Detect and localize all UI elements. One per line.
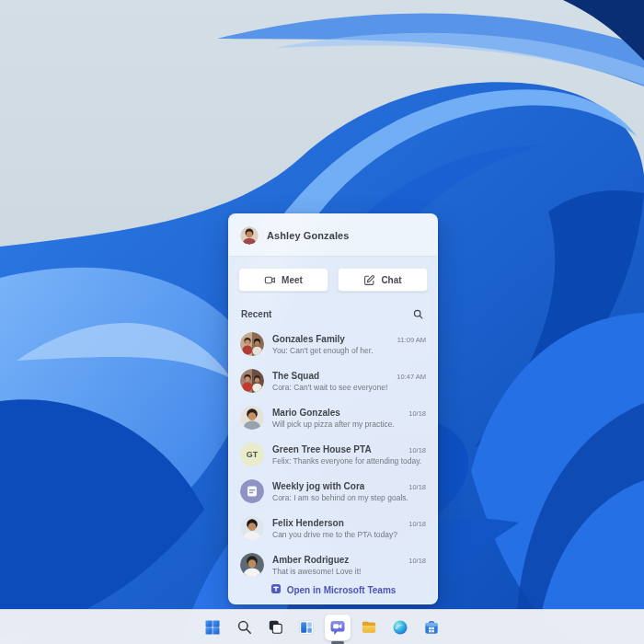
taskbar-edge-button[interactable] — [387, 615, 413, 640]
recent-label: Recent — [241, 309, 271, 319]
chat-list-item[interactable]: Felix Henderson10/18Can you drive me to … — [229, 510, 437, 546]
avatar — [240, 516, 264, 540]
chat-name: Amber Rodriguez — [272, 555, 349, 565]
chat-timestamp: 10/18 — [408, 520, 426, 528]
chat-button-label: Chat — [381, 275, 401, 285]
avatar — [240, 369, 264, 393]
taskbar-teams-chat-button[interactable] — [325, 615, 351, 640]
chat-timestamp: 10:47 AM — [397, 373, 426, 381]
initials-avatar: GT — [240, 443, 264, 466]
chat-timestamp: 10/18 — [408, 446, 426, 454]
user-avatar[interactable] — [240, 226, 259, 245]
flyout-header: Ashley Gonzales — [229, 214, 437, 257]
chat-name: Felix Henderson — [272, 518, 344, 528]
chat-button[interactable]: Chat — [338, 268, 428, 292]
taskbar-widgets-button[interactable] — [293, 615, 319, 640]
chat-preview: Can you drive me to the PTA today? — [272, 530, 426, 539]
taskbar-file-explorer-button[interactable] — [356, 615, 382, 640]
chat-timestamp: 10/18 — [408, 557, 426, 565]
chat-name: Mario Gonzales — [272, 408, 340, 418]
teams-icon — [270, 583, 282, 596]
chat-list-item[interactable]: Amber Rodriguez10/18That is awesome! Lov… — [229, 546, 437, 576]
chat-list-item[interactable]: GTGreen Tree House PTA10/18Felix: Thanks… — [229, 436, 437, 473]
chat-timestamp: 10/18 — [408, 483, 426, 491]
task-view-icon — [267, 618, 284, 636]
edge-icon — [391, 618, 409, 637]
chat-list-item[interactable]: The Squad10:47 AMCora: Can't wait to see… — [229, 362, 437, 399]
chat-name: Weekly jog with Cora — [272, 481, 364, 491]
teams-chat-icon — [328, 618, 347, 637]
chat-preview: That is awesome! Love it! — [272, 567, 426, 576]
chat-name: Gonzales Family — [272, 334, 345, 344]
chat-list-item[interactable]: Mario Gonzales10/18Will pick up pizza af… — [229, 399, 437, 436]
chat-timestamp: 11:09 AM — [397, 336, 426, 344]
chat-preview: You: Can't get enough of her. — [272, 346, 426, 355]
widgets-icon — [297, 618, 316, 637]
store-icon — [422, 618, 441, 637]
chat-timestamp: 10/18 — [408, 409, 426, 418]
folder-icon — [360, 618, 378, 637]
chat-preview: Felix: Thanks everyone for attending tod… — [272, 456, 426, 466]
open-in-teams-link[interactable]: Open in Microsoft Teams — [229, 576, 437, 604]
taskbar — [0, 609, 644, 644]
search-icon — [236, 618, 253, 636]
chat-name: The Squad — [272, 371, 319, 381]
taskbar-store-button[interactable] — [419, 615, 444, 640]
chat-list-item[interactable]: Weekly jog with Cora10/18Cora: I am so b… — [229, 473, 437, 510]
chat-preview: Cora: Can't wait to see everyone! — [272, 383, 426, 392]
avatar — [240, 479, 264, 503]
meet-button-label: Meet — [282, 275, 303, 285]
taskbar-task-view-button[interactable] — [262, 615, 288, 640]
windows-logo-icon — [203, 618, 222, 637]
chat-name: Green Tree House PTA — [272, 444, 372, 454]
taskbar-start-button[interactable] — [200, 615, 225, 640]
recent-section-header: Recent — [229, 306, 437, 321]
avatar — [240, 406, 264, 430]
action-buttons: Meet Chat — [229, 257, 437, 295]
video-camera-icon — [264, 274, 276, 286]
recent-chat-list: Gonzales Family11:09 AMYou: Can't get en… — [229, 326, 437, 576]
chat-preview: Will pick up pizza after my practice. — [272, 420, 426, 429]
teams-chat-flyout: Ashley Gonzales Meet Chat Recent — [228, 213, 438, 604]
search-icon[interactable] — [410, 306, 425, 321]
open-in-teams-label: Open in Microsoft Teams — [287, 585, 397, 595]
chat-preview: Cora: I am so behind on my step goals. — [272, 493, 426, 502]
user-name: Ashley Gonzales — [267, 230, 350, 241]
avatar — [240, 226, 259, 245]
compose-icon — [363, 274, 375, 286]
chat-list-item[interactable]: Gonzales Family11:09 AMYou: Can't get en… — [229, 326, 437, 362]
meet-button[interactable]: Meet — [238, 268, 328, 292]
taskbar-search-button[interactable] — [231, 615, 257, 640]
avatar — [240, 553, 264, 576]
avatar — [240, 332, 264, 356]
